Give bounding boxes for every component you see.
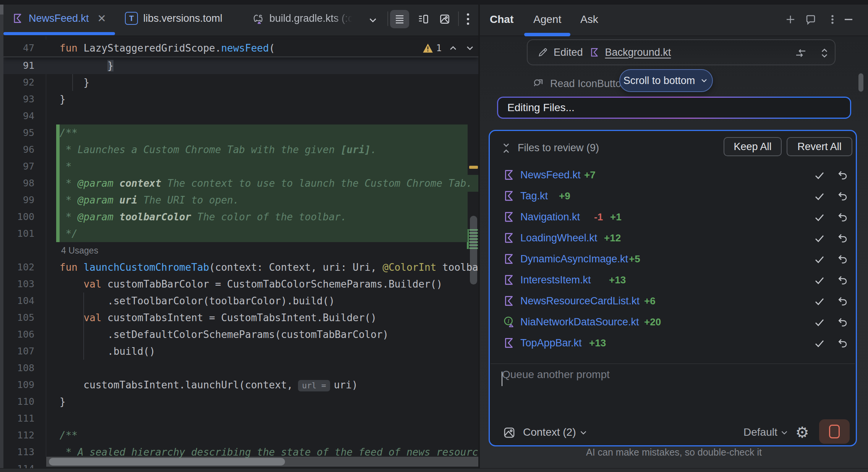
file-link[interactable]: Navigation.kt <box>520 209 580 225</box>
revert-file-button[interactable] <box>837 338 848 349</box>
code-line-106[interactable]: 106 .setDefaultColorSchemeParams(customT… <box>3 326 478 343</box>
code-line-111[interactable]: 111 <box>3 410 478 427</box>
code-line-92[interactable]: 92 } <box>3 74 478 91</box>
preview-button[interactable] <box>435 10 454 28</box>
line-number[interactable]: 104 <box>3 293 34 309</box>
code-line-113[interactable]: 113 * A sealed hierarchy describing the … <box>3 444 478 461</box>
gear-icon[interactable]: ⚙ <box>795 423 809 441</box>
revert-file-button[interactable] <box>837 191 848 202</box>
chat-scrollbar-thumb[interactable] <box>858 73 863 92</box>
revert-file-button[interactable] <box>837 170 848 181</box>
chevron-down-icon[interactable] <box>779 428 789 438</box>
code-line-103[interactable]: 103 val customTabBarColor = CustomTabCol… <box>3 276 478 293</box>
line-number[interactable]: 111 <box>3 410 34 427</box>
next-issue-icon[interactable] <box>465 43 475 53</box>
file-review-row[interactable]: Tag.kt+9 <box>490 188 856 204</box>
code-line-102[interactable]: 102fun launchCustomChromeTab(context: Co… <box>3 259 478 276</box>
revert-all-button[interactable]: Revert All <box>787 137 852 156</box>
line-number[interactable]: 103 <box>3 276 34 293</box>
file-review-row[interactable]: NewsResourceCardList.kt+6 <box>490 293 856 309</box>
file-review-row[interactable]: LoadingWheel.kt+12 <box>490 230 856 246</box>
code-line-101[interactable]: 101 */ <box>3 225 478 242</box>
file-review-row[interactable]: NewsFeed.kt+7 <box>490 166 856 183</box>
tab-newsfeed-kt[interactable]: NewsFeed.kt ✕ <box>12 5 106 32</box>
line-number[interactable]: 105 <box>3 309 34 326</box>
code-line-91[interactable]: 91 } <box>3 57 478 74</box>
code-line-93[interactable]: 93} <box>3 91 478 108</box>
attach-image-icon[interactable] <box>503 426 516 439</box>
accept-file-button[interactable] <box>814 296 825 307</box>
accept-file-button[interactable] <box>814 212 825 223</box>
edited-file-link[interactable]: Background.kt <box>605 47 671 58</box>
line-number[interactable]: 108 <box>3 360 34 377</box>
line-number[interactable]: 102 <box>3 259 34 276</box>
code-line-97[interactable]: 97 * <box>3 158 478 175</box>
more-options-icon[interactable] <box>827 14 838 25</box>
line-number[interactable]: 113 <box>3 444 34 461</box>
expand-icon[interactable] <box>819 47 830 59</box>
line-number[interactable]: 106 <box>3 326 34 343</box>
accept-file-button[interactable] <box>814 170 825 181</box>
code-line-98[interactable]: 98 * @param context The context to use t… <box>3 175 478 192</box>
comment-icon[interactable] <box>805 14 816 25</box>
revert-file-button[interactable] <box>837 317 848 328</box>
collapse-icon[interactable] <box>500 142 512 154</box>
scroll-to-bottom-button[interactable]: Scroll to bottom <box>619 69 713 92</box>
compare-icon[interactable] <box>794 47 807 59</box>
file-review-row[interactable]: INiaNetworkDataSource.kt+20 <box>490 314 856 330</box>
line-number[interactable]: 100 <box>3 209 34 225</box>
edited-file-card[interactable]: Edited Background.kt <box>527 39 836 65</box>
line-number[interactable]: 47 <box>3 40 34 57</box>
file-review-row[interactable]: TopAppBar.kt+13 <box>490 335 856 351</box>
code-line-109[interactable]: 109 customTabsIntent.launchUrl(context,u… <box>3 377 478 393</box>
file-review-row[interactable]: Navigation.kt-1+1 <box>490 209 856 225</box>
chevron-down-icon[interactable] <box>578 428 588 438</box>
file-link[interactable]: InterestsItem.kt <box>520 272 591 288</box>
context-selector[interactable]: Context (2) <box>523 423 576 441</box>
code-line-96[interactable]: 96 * Launches a Custom Chrome Tab with t… <box>3 141 478 158</box>
keep-all-button[interactable]: Keep All <box>724 137 782 156</box>
close-icon[interactable]: ✕ <box>97 12 106 25</box>
line-number[interactable]: 109 <box>3 377 34 393</box>
code-line-112[interactable]: 112/** <box>3 427 478 444</box>
code-line-105[interactable]: 105 val customTabsIntent = CustomTabsInt… <box>3 309 478 326</box>
accept-file-button[interactable] <box>814 275 825 286</box>
model-selector[interactable]: Default <box>743 423 777 441</box>
file-link[interactable]: DynamicAsyncImage.kt <box>520 251 628 267</box>
prev-issue-icon[interactable] <box>448 43 458 53</box>
line-number[interactable]: 95 <box>3 124 34 141</box>
line-view-button[interactable] <box>390 10 409 28</box>
file-link[interactable]: NewsResourceCardList.kt <box>520 293 640 309</box>
stop-button[interactable] <box>819 419 850 444</box>
warning-badge[interactable]: 1 <box>423 40 442 57</box>
line-number[interactable]: 101 <box>3 225 34 242</box>
accept-file-button[interactable] <box>814 191 825 202</box>
tab-build-gradle-kts[interactable]: build.gradle.kts (:c <box>251 5 353 32</box>
revert-file-button[interactable] <box>837 233 848 244</box>
code-line-94[interactable]: 94 <box>3 108 478 124</box>
more-options-icon[interactable] <box>460 10 476 28</box>
sticky-code-line[interactable]: 47 fun LazyStaggeredGridScope.newsFeed( … <box>3 40 478 57</box>
code-line-108[interactable]: 108 <box>3 360 478 377</box>
line-number[interactable]: 96 <box>3 141 34 158</box>
line-number[interactable]: 112 <box>3 427 34 444</box>
code-line-100[interactable]: 100 * @param toolbarColor The color of t… <box>3 209 478 225</box>
plus-icon[interactable] <box>785 14 796 25</box>
file-review-row[interactable]: InterestsItem.kt+13 <box>490 272 856 288</box>
code-editor[interactable]: 91 }92 }93}9495/**96 * Launches a Custom… <box>3 36 478 472</box>
prompt-input[interactable] <box>501 368 839 415</box>
code-line-99[interactable]: 99 * @param uri The URI to open. <box>3 192 478 209</box>
chevron-down-icon[interactable] <box>367 15 379 26</box>
code-line-110[interactable]: 110} <box>3 393 478 410</box>
accept-file-button[interactable] <box>814 317 825 328</box>
code-line-95[interactable]: 95/** <box>3 124 478 141</box>
code-line-107[interactable]: 107 .build() <box>3 343 478 360</box>
minimize-icon[interactable] <box>843 14 854 25</box>
file-link[interactable]: Tag.kt <box>520 188 548 204</box>
code-line-104[interactable]: 104 .setToolbarColor(toolbarColor).build… <box>3 293 478 309</box>
line-number[interactable]: 99 <box>3 192 34 209</box>
revert-file-button[interactable] <box>837 254 848 265</box>
revert-file-button[interactable] <box>837 275 848 286</box>
file-link[interactable]: NewsFeed.kt <box>520 166 581 183</box>
file-link[interactable]: NiaNetworkDataSource.kt <box>520 314 639 330</box>
